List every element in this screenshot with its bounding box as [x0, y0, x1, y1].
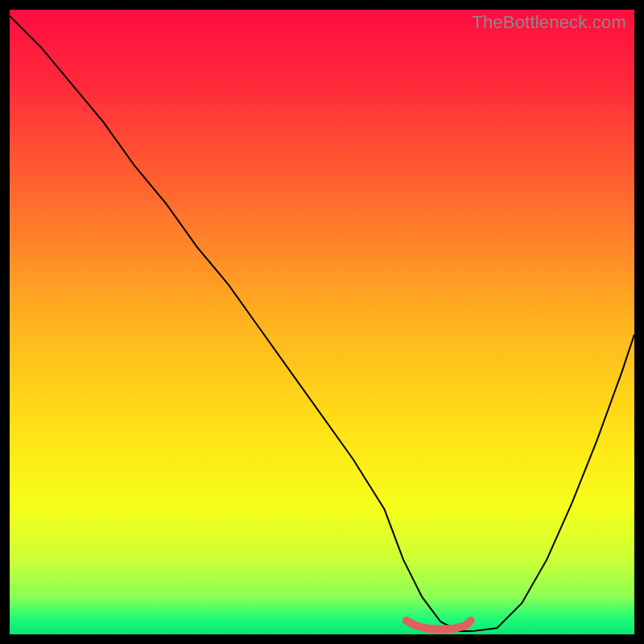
- bottleneck-curve: [10, 16, 634, 631]
- optimal-marker: [407, 621, 471, 630]
- chart-svg: [10, 10, 634, 634]
- chart-frame: TheBottleneck.com: [0, 0, 644, 644]
- watermark-text: TheBottleneck.com: [472, 12, 626, 33]
- plot-area: TheBottleneck.com: [10, 10, 634, 634]
